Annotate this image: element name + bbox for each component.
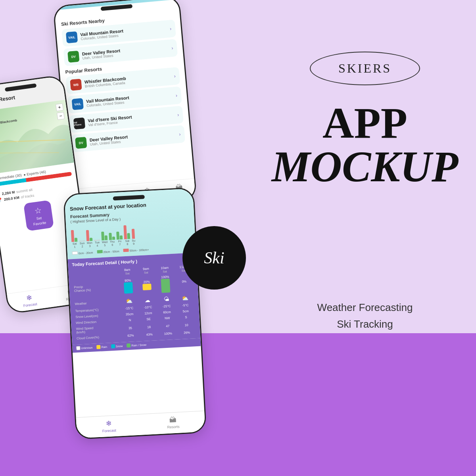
ski-badge-text: Ski: [204, 248, 224, 267]
resort-logo-wb: WB: [70, 79, 82, 90]
nav-resorts-label-p3: Resorts: [167, 425, 179, 430]
nav-forecast-p3[interactable]: ❄ Forecast: [102, 419, 116, 433]
phone3-nav: ❄ Forecast 🏔 Resorts: [76, 411, 205, 438]
forecast-bar-chart: Sat1 Sun2 Mon3 Tue4 Wed5 Thu6 Fri7 Sat8 …: [71, 220, 191, 250]
svg-line-0: [0, 132, 65, 150]
right-panel: SKIERS APP MOCKUP Weather Forecasting Sk…: [254, 0, 476, 476]
chevron-icon: ›: [169, 26, 171, 31]
resort-info-vail2: Vail Mountain Resort Colorado, United St…: [86, 91, 176, 108]
hourly-table: 8amSat 9amSat 10amSat 11amSat PrecipChan…: [72, 264, 196, 342]
phone1-content: Ski Resorts Nearby VAIL Vail Mountain Re…: [54, 0, 191, 153]
ski-badge: Ski: [182, 226, 246, 290]
resort-logo-vail1: VAIL: [66, 31, 78, 43]
chevron-icon: ›: [175, 92, 177, 98]
resorts-icon-p3: 🏔: [169, 416, 177, 424]
resort-info-vail1: Vail Mountain Resort Colorado, United St…: [80, 24, 170, 41]
nav-resorts-p3[interactable]: 🏔 Resorts: [167, 416, 180, 430]
chevron-icon: ›: [177, 112, 179, 117]
resort-info-val: Val d'Isere Ski Resort Val d'Isere, Fran…: [88, 111, 178, 127]
phone-forecast: Snow Forecast at your location Forecast …: [63, 187, 207, 440]
resort-info-dv2: Deer Valley Resort Utah, United States: [89, 130, 179, 146]
resort-info-dv1: Deer Valley Resort Utah, United States: [82, 44, 172, 60]
chevron-icon: ›: [171, 45, 173, 51]
resort-logo-val: Val d'Isere: [73, 117, 85, 129]
resort-logo-dv1: DV: [67, 51, 79, 63]
set-favorite-button[interactable]: ☆ Set Favorite: [23, 200, 54, 231]
forecast-icon-p2: ❄: [26, 293, 33, 303]
forecast-icon-p3: ❄: [106, 419, 112, 428]
chevron-icon: ›: [179, 131, 181, 137]
nav-forecast-p2[interactable]: ❄ Forecast: [22, 292, 37, 308]
nav-forecast-label-p3: Forecast: [102, 428, 116, 433]
app-title: APP MOCKUP: [272, 101, 459, 188]
today-detail: Today Forecast Detail ( Hourly ) 8amSat …: [68, 253, 201, 345]
resort-logo-vail2: VAIL: [72, 98, 84, 110]
phone2-map: Whistler Blackcomb + −: [0, 100, 74, 174]
skiers-oval: SKIERS: [310, 52, 420, 85]
nav-forecast-label-p2: Forecast: [23, 302, 37, 308]
app-subtitle: Weather Forecasting Ski Tracking: [317, 299, 413, 332]
chevron-icon: ›: [174, 73, 176, 79]
svg-line-1: [0, 145, 59, 161]
resort-logo-dv2: DV: [75, 137, 87, 149]
resort-info-wb: Whistler Blackcomb British Columbia, Can…: [84, 72, 174, 88]
